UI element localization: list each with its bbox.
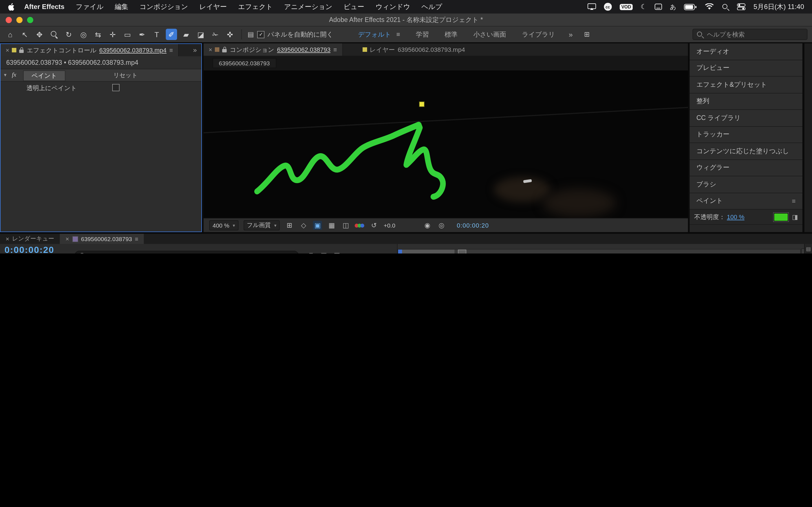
paint-panel-header[interactable]: ペイント ≡: [690, 193, 802, 210]
pen-tool[interactable]: ✒: [137, 29, 148, 40]
work-area-bar[interactable]: [398, 249, 801, 253]
menu-item[interactable]: アニメーション: [284, 2, 332, 11]
work-area-in-handle[interactable]: [398, 249, 402, 253]
take-snapshot-icon[interactable]: ◉: [423, 221, 432, 230]
exposure-value[interactable]: +0.0: [384, 222, 395, 229]
menu-item[interactable]: エフェクト: [238, 2, 273, 11]
clone-stamp-tool[interactable]: ▰: [181, 29, 192, 40]
vod-badge[interactable]: VOD: [620, 4, 633, 10]
brush-tool[interactable]: ✐: [166, 29, 177, 40]
menu-item[interactable]: コンポジション: [140, 2, 188, 11]
creative-cloud-icon[interactable]: cc: [604, 3, 612, 11]
focus-moon-icon[interactable]: ☾: [641, 3, 647, 11]
panel-menu-icon[interactable]: ≡: [169, 47, 173, 54]
panel-header[interactable]: 整列: [690, 93, 802, 110]
viewer-comp-tab[interactable]: 639560062.038793: [213, 58, 276, 68]
zoom-tool[interactable]: [49, 29, 60, 40]
roto-brush-tool[interactable]: ✁: [210, 29, 221, 40]
close-icon[interactable]: ×: [6, 47, 9, 54]
timeline-comp-tab[interactable]: × 639560062.038793 ≡: [60, 234, 144, 244]
video-canvas[interactable]: [204, 70, 688, 218]
workspace-tab[interactable]: ライブラリ≡: [514, 30, 563, 39]
graph-editor-icon[interactable]: ∿: [358, 251, 363, 253]
workspace-tab[interactable]: 標準≡: [437, 30, 465, 39]
menu-item[interactable]: ビュー: [344, 2, 364, 11]
stroke-start-point[interactable]: [419, 101, 425, 107]
render-queue-tab[interactable]: × レンダーキュー: [0, 234, 60, 244]
input-method-badge[interactable]: あ: [670, 3, 676, 11]
close-window-button[interactable]: [6, 17, 12, 23]
hand-tool[interactable]: ✥: [34, 29, 45, 40]
spotlight-search-icon[interactable]: [722, 3, 729, 10]
control-center-icon[interactable]: [737, 3, 746, 10]
panel-header[interactable]: プレビュー: [690, 60, 802, 76]
panel-header[interactable]: ブラシ: [690, 176, 802, 193]
panel-header[interactable]: オーディオ: [690, 43, 802, 60]
vertical-scrollbar[interactable]: ▤: [804, 244, 812, 253]
effect-controls-tab[interactable]: × エフェクトコントロール 639560062.038793.mp4 ≡: [1, 44, 179, 56]
paint-effect-header-row[interactable]: ▾ fx ペイント リセット: [1, 69, 201, 82]
selection-tool[interactable]: ↖: [19, 29, 31, 40]
menu-item[interactable]: 編集: [115, 2, 128, 11]
lock-icon[interactable]: [19, 49, 24, 53]
composition-tab[interactable]: × コンポジション 639560062.038793 ≡: [204, 43, 343, 56]
workspace-tab[interactable]: 小さい画面≡: [465, 30, 514, 39]
workspace-settings-icon[interactable]: ⊞: [584, 31, 590, 38]
panel-menu-icon[interactable]: ≡: [333, 46, 337, 53]
panel-header[interactable]: コンテンツに応じた塗りつぶし: [690, 143, 802, 160]
menu-item[interactable]: レイヤー: [199, 2, 227, 11]
comp-mini-flowchart-icon[interactable]: ⧉: [309, 251, 314, 253]
workspace-overflow-icon[interactable]: »: [569, 30, 573, 39]
shape-tool[interactable]: ▭: [122, 29, 133, 40]
help-search-input[interactable]: [706, 31, 804, 38]
menu-item[interactable]: ヘルプ: [421, 2, 442, 11]
view-layout-icon[interactable]: ⊞: [285, 221, 294, 230]
menu-item[interactable]: ウィンドウ: [375, 2, 410, 11]
lock-icon[interactable]: [222, 49, 227, 52]
chevron-down-icon[interactable]: ▾: [4, 72, 6, 78]
rotation-tool[interactable]: ↻: [63, 29, 74, 40]
workspace-menu-icon[interactable]: ≡: [396, 31, 400, 38]
panel-header[interactable]: CC ライブラリ: [690, 110, 802, 126]
workspace-tab[interactable]: デフォルト≡: [350, 30, 408, 39]
draft-3d-icon[interactable]: ◳: [320, 251, 327, 253]
paint-on-transparent-checkbox[interactable]: [112, 84, 119, 91]
reset-effect-button[interactable]: リセット: [113, 71, 138, 79]
screen-mirroring-icon[interactable]: [588, 3, 596, 10]
paint-color-swatch[interactable]: [773, 213, 788, 221]
apple-menu-icon[interactable]: [8, 3, 15, 11]
frame-blending-icon[interactable]: ▦: [334, 251, 340, 253]
effect-name[interactable]: ペイント: [23, 70, 65, 81]
app-menu-title[interactable]: After Effects: [24, 3, 64, 11]
panel-overflow-icon[interactable]: »: [189, 44, 201, 56]
menu-clock[interactable]: 5月6日(木) 11:40: [753, 2, 804, 11]
show-snapshot-icon[interactable]: ◎: [437, 221, 446, 230]
magnification-select[interactable]: 400 %▾: [209, 220, 239, 230]
motion-blur-icon[interactable]: ◐: [347, 251, 351, 253]
minimize-window-button[interactable]: [16, 17, 22, 23]
mask-visibility-icon[interactable]: ◇: [299, 221, 308, 230]
eraser-tool[interactable]: ◪: [195, 29, 206, 40]
home-tool[interactable]: ⌂: [4, 29, 16, 40]
auto-open-panels-checkbox[interactable]: [257, 31, 265, 38]
opacity-value[interactable]: 100 %: [727, 214, 744, 220]
close-icon[interactable]: ×: [209, 46, 212, 53]
panel-header[interactable]: ウィグラー: [690, 160, 802, 176]
panel-header[interactable]: エフェクト&プリセット: [690, 76, 802, 93]
panel-menu-icon[interactable]: ≡: [135, 235, 138, 242]
resolution-select[interactable]: フル画質▾: [244, 220, 280, 230]
battery-icon[interactable]: [684, 4, 697, 10]
current-timecode[interactable]: 0:00:00:20: [4, 245, 54, 253]
puppet-pin-tool[interactable]: ✜: [224, 29, 236, 40]
help-search-field[interactable]: [693, 29, 808, 40]
comp-timecode[interactable]: 0:00:00:20: [457, 222, 489, 229]
close-icon[interactable]: ×: [65, 235, 69, 242]
panel-header[interactable]: トラッカー: [690, 126, 802, 143]
menu-item[interactable]: ファイル: [76, 2, 103, 11]
orbit-camera-tool[interactable]: ◎: [78, 29, 89, 40]
panel-menu-icon[interactable]: ≡: [792, 198, 796, 205]
pixel-aspect-icon[interactable]: ◫: [342, 221, 350, 230]
transparency-grid-icon[interactable]: ▦: [327, 221, 336, 230]
swap-colors-icon[interactable]: ◨: [792, 213, 798, 221]
workspace-tab[interactable]: 学習≡: [408, 30, 437, 39]
